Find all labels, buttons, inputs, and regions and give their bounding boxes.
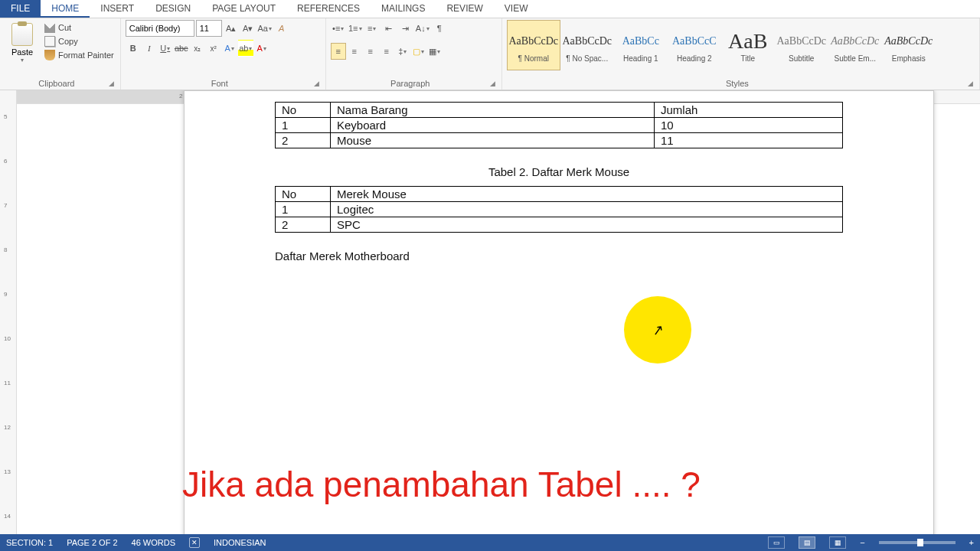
group-paragraph: •≡ 1≡ ≡ ⇤ ⇥ A↓ ¶ ≡ ≡ ≡ ≡ ‡ ▢ ▦ Paragraph… <box>326 18 502 90</box>
styles-dialog-launcher[interactable]: ◢ <box>968 80 975 87</box>
tab-review[interactable]: REVIEW <box>436 0 493 18</box>
zoom-out-button[interactable]: − <box>860 538 864 547</box>
status-words[interactable]: 46 WORDS <box>132 538 175 547</box>
table-cell[interactable]: 10 <box>655 118 843 133</box>
style-name: Subtle Em... <box>835 54 876 63</box>
status-language[interactable]: INDONESIAN <box>214 538 266 547</box>
table-cell[interactable]: Logitec <box>331 202 843 217</box>
numbering-button[interactable]: 1≡ <box>348 20 363 37</box>
format-painter-button[interactable]: Format Painter <box>43 49 116 61</box>
style-name: Heading 1 <box>623 54 658 63</box>
table-cell[interactable]: 2 <box>276 217 331 233</box>
style-preview: AaBbCcC <box>672 28 717 54</box>
zoom-in-button[interactable]: + <box>969 538 974 547</box>
bold-button[interactable]: B <box>126 40 141 57</box>
align-right-button[interactable]: ≡ <box>363 43 378 60</box>
font-color-button[interactable]: A <box>254 40 270 57</box>
paragraph-dialog-launcher[interactable]: ◢ <box>490 80 497 87</box>
style-swatch[interactable]: AaBbCcDcSubtle Em... <box>828 20 882 70</box>
table-row[interactable]: No Nama Barang Jumlah <box>276 103 843 118</box>
paste-button[interactable]: Paste ▾ <box>5 20 40 64</box>
table-cell[interactable]: Jumlah <box>655 103 843 118</box>
font-dialog-launcher[interactable]: ◢ <box>314 80 321 87</box>
highlight-button[interactable]: ab <box>238 40 253 57</box>
style-swatch[interactable]: AaBbCcDcEmphasis <box>882 20 936 70</box>
clipboard-dialog-launcher[interactable]: ◢ <box>109 80 116 87</box>
increase-indent-button[interactable]: ⇥ <box>398 20 413 37</box>
table-cell[interactable]: Mouse <box>331 133 655 148</box>
superscript-button[interactable]: x² <box>206 40 221 57</box>
tab-insert[interactable]: INSERT <box>90 0 145 18</box>
change-case-button[interactable]: Aa <box>257 20 273 37</box>
shrink-font-button[interactable]: A▾ <box>240 20 256 37</box>
copy-button[interactable]: Copy <box>43 35 116 47</box>
table-cell[interactable]: SPC <box>331 217 843 233</box>
read-mode-button[interactable]: ▭ <box>768 536 785 549</box>
italic-button[interactable]: I <box>142 40 157 57</box>
tab-references[interactable]: REFERENCES <box>286 0 371 18</box>
align-left-button[interactable]: ≡ <box>331 43 346 60</box>
table-row[interactable]: 2 Mouse 11 <box>276 133 843 148</box>
table-row[interactable]: 2 SPC <box>276 217 843 233</box>
style-swatch[interactable]: AaBbCcHeading 1 <box>614 20 668 70</box>
paste-label: Paste <box>11 47 33 57</box>
styles-gallery[interactable]: AaBbCcDc¶ NormalAaBbCcDc¶ No Spac...AaBb… <box>507 20 975 70</box>
table-cell[interactable]: Nama Barang <box>331 103 655 118</box>
style-swatch[interactable]: AaBbCcDc¶ No Spac... <box>560 20 614 70</box>
style-name: ¶ Normal <box>518 54 549 63</box>
paragraph-group-label: Paragraph <box>331 77 490 90</box>
subscript-button[interactable]: x₂ <box>190 40 205 57</box>
show-marks-button[interactable]: ¶ <box>432 20 447 37</box>
style-swatch[interactable]: AaBTitle <box>721 20 775 70</box>
table-cell[interactable]: Merek Mouse <box>331 187 843 202</box>
text-effects-button[interactable]: A <box>222 40 237 57</box>
zoom-slider[interactable] <box>879 541 956 544</box>
style-swatch[interactable]: AaBbCcDc¶ Normal <box>507 20 560 70</box>
status-page[interactable]: PAGE 2 OF 2 <box>67 538 117 547</box>
table-caption-2[interactable]: Tabel 2. Daftar Merk Mouse <box>275 165 843 178</box>
web-layout-button[interactable]: ▦ <box>829 536 846 549</box>
table-cell[interactable]: No <box>276 103 331 118</box>
table-2[interactable]: No Merek Mouse 1 Logitec 2 SPC <box>275 186 843 233</box>
bullets-button[interactable]: •≡ <box>331 20 346 37</box>
table-cell[interactable]: No <box>276 187 331 202</box>
borders-button[interactable]: ▦ <box>427 43 443 60</box>
table-cell[interactable]: Keyboard <box>331 118 655 133</box>
justify-button[interactable]: ≡ <box>379 43 394 60</box>
multilevel-button[interactable]: ≡ <box>364 20 380 37</box>
table-cell[interactable]: 11 <box>655 133 843 148</box>
cut-button[interactable]: Cut <box>43 21 116 34</box>
table-cell[interactable]: 1 <box>276 118 331 133</box>
status-section[interactable]: SECTION: 1 <box>6 538 53 547</box>
vertical-ruler[interactable]: 567891011121314 <box>0 90 17 534</box>
align-center-button[interactable]: ≡ <box>347 43 362 60</box>
font-name-input[interactable] <box>126 20 194 37</box>
font-size-input[interactable] <box>196 20 222 37</box>
line-spacing-button[interactable]: ‡ <box>395 43 410 60</box>
table-row[interactable]: No Merek Mouse <box>276 187 843 202</box>
strikethrough-button[interactable]: abc <box>174 40 189 57</box>
sort-button[interactable]: A↓ <box>415 20 430 37</box>
grow-font-button[interactable]: A▴ <box>224 20 239 37</box>
tab-file[interactable]: FILE <box>0 0 41 18</box>
table-1[interactable]: No Nama Barang Jumlah 1 Keyboard 10 2 Mo… <box>275 102 843 148</box>
tab-view[interactable]: VIEW <box>494 0 539 18</box>
shading-button[interactable]: ▢ <box>411 43 426 60</box>
paragraph-text[interactable]: Daftar Merek Motherboard <box>275 249 843 262</box>
tab-page-layout[interactable]: PAGE LAYOUT <box>201 0 286 18</box>
table-row[interactable]: 1 Logitec <box>276 202 843 217</box>
style-name: Emphasis <box>892 54 926 63</box>
style-swatch[interactable]: AaBbCcCHeading 2 <box>668 20 721 70</box>
print-layout-button[interactable]: ▤ <box>799 536 815 549</box>
tab-home[interactable]: HOME <box>41 0 90 18</box>
underline-button[interactable]: U <box>158 40 173 57</box>
tab-design[interactable]: DESIGN <box>145 0 201 18</box>
decrease-indent-button[interactable]: ⇤ <box>381 20 397 37</box>
table-row[interactable]: 1 Keyboard 10 <box>276 118 843 133</box>
table-cell[interactable]: 1 <box>276 202 331 217</box>
table-cell[interactable]: 2 <box>276 133 331 148</box>
proofing-icon[interactable]: ✕ <box>189 537 200 548</box>
tab-mailings[interactable]: MAILINGS <box>371 0 436 18</box>
clear-formatting-button[interactable]: A <box>274 20 289 37</box>
style-swatch[interactable]: AaBbCcDcSubtitle <box>775 20 828 70</box>
